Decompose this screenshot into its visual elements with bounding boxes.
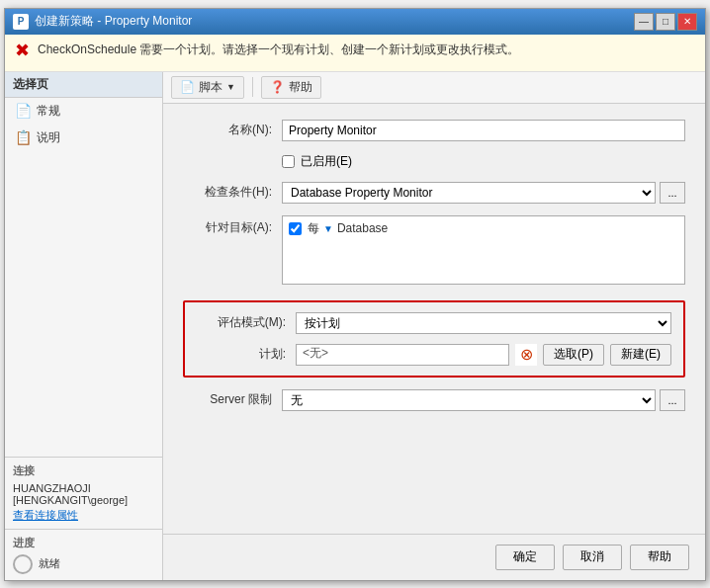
name-row: 名称(N): xyxy=(183,120,685,141)
toolbar: 📄 脚本 ▼ ❓ 帮助 xyxy=(163,72,705,104)
window-title: 创建新策略 - Property Monitor xyxy=(35,13,192,30)
server-limit-select-wrap: 无 ... xyxy=(282,389,685,411)
warning-bar: ✖ CheckOnSchedule 需要一个计划。请选择一个现有计划、创建一个新… xyxy=(5,35,705,72)
progress-row: 就绪 xyxy=(13,554,154,574)
target-text: 每 ▼ Database xyxy=(308,220,388,237)
warning-text: CheckOnSchedule 需要一个计划。请选择一个现有计划、创建一个新计划… xyxy=(38,41,519,58)
connection-title: 连接 xyxy=(13,463,154,478)
enabled-checkbox[interactable] xyxy=(282,155,295,168)
condition-label: 检查条件(H): xyxy=(183,184,272,201)
schedule-row: 计划: <无> ⊗ 选取(P) 新建(E) xyxy=(197,344,671,366)
schedule-select-button[interactable]: 选取(P) xyxy=(543,344,604,366)
target-checkbox[interactable] xyxy=(289,222,302,235)
schedule-box: 评估模式(M): 按计划 计划: <无> ⊗ 选取(P) xyxy=(183,300,685,378)
schedule-clear-button[interactable]: ⊗ xyxy=(515,344,537,366)
script-dropdown-arrow: ▼ xyxy=(226,82,235,92)
cancel-button[interactable]: 取消 xyxy=(563,545,622,570)
view-connection-link[interactable]: 查看连接属性 xyxy=(13,508,154,523)
server-limit-ellipsis-button[interactable]: ... xyxy=(660,389,685,411)
target-arrow: ▼ xyxy=(323,223,333,234)
eval-mode-label: 评估模式(M): xyxy=(197,314,286,331)
server-limit-select[interactable]: 无 xyxy=(282,389,656,411)
script-button[interactable]: 📄 脚本 ▼ xyxy=(171,76,244,99)
description-icon: 📋 xyxy=(15,129,31,145)
title-bar: P 创建新策略 - Property Monitor — □ ✕ xyxy=(5,9,705,35)
help-bottom-button[interactable]: 帮助 xyxy=(630,545,689,570)
window-icon: P xyxy=(13,14,29,30)
server-limit-label: Server 限制 xyxy=(183,391,272,408)
sidebar-header: 选择页 xyxy=(5,72,162,98)
condition-ellipsis-button[interactable]: ... xyxy=(660,182,685,204)
enabled-row: 已启用(E) xyxy=(282,153,685,170)
title-bar-left: P 创建新策略 - Property Monitor xyxy=(13,13,192,30)
sidebar-item-description-label: 说明 xyxy=(37,129,60,146)
name-input[interactable] xyxy=(282,120,685,141)
enabled-label: 已启用(E) xyxy=(301,153,352,170)
eval-mode-row: 评估模式(M): 按计划 xyxy=(197,312,671,334)
main-area: 选择页 📄 常规 📋 说明 连接 HUANGZHAOJI[HENGKANGIT\… xyxy=(5,72,705,580)
maximize-button[interactable]: □ xyxy=(656,13,675,31)
server-limit-row: Server 限制 无 ... xyxy=(183,389,685,411)
condition-select-wrap: Database Property Monitor ... xyxy=(282,182,685,204)
name-label: 名称(N): xyxy=(183,122,272,138)
help-label: 帮助 xyxy=(289,79,312,96)
progress-status: 就绪 xyxy=(39,556,60,571)
progress-spinner xyxy=(13,554,33,574)
title-buttons: — □ ✕ xyxy=(634,13,697,31)
target-box: 每 ▼ Database xyxy=(282,215,685,285)
sidebar-connection: 连接 HUANGZHAOJI[HENGKANGIT\george] 查看连接属性 xyxy=(5,457,162,529)
target-db: Database xyxy=(337,221,388,235)
schedule-value: <无> xyxy=(296,344,509,366)
general-icon: 📄 xyxy=(15,103,31,119)
script-icon: 📄 xyxy=(180,80,195,94)
sidebar-item-general-label: 常规 xyxy=(37,103,60,120)
form-area: 名称(N): 已启用(E) 检查条件(H): Database Property… xyxy=(163,104,705,534)
condition-select[interactable]: Database Property Monitor xyxy=(282,182,656,204)
script-label: 脚本 xyxy=(199,79,222,96)
ok-button[interactable]: 确定 xyxy=(495,545,555,570)
sidebar-item-description[interactable]: 📋 说明 xyxy=(5,125,162,151)
schedule-value-wrap: <无> ⊗ 选取(P) 新建(E) xyxy=(296,344,671,366)
help-icon: ❓ xyxy=(270,80,285,94)
close-button[interactable]: ✕ xyxy=(677,13,697,31)
sidebar: 选择页 📄 常规 📋 说明 连接 HUANGZHAOJI[HENGKANGIT\… xyxy=(5,72,163,580)
target-row: 针对目标(A): 每 ▼ Database xyxy=(183,215,685,285)
warning-icon: ✖ xyxy=(15,42,30,59)
schedule-new-button[interactable]: 新建(E) xyxy=(610,344,671,366)
minimize-button[interactable]: — xyxy=(634,13,654,31)
connection-name: HUANGZHAOJI[HENGKANGIT\george] xyxy=(13,482,154,506)
toolbar-separator xyxy=(252,77,253,97)
eval-mode-select[interactable]: 按计划 xyxy=(296,312,671,334)
progress-title: 进度 xyxy=(13,536,154,550)
content-area: 📄 脚本 ▼ ❓ 帮助 名称(N): xyxy=(163,72,705,580)
condition-row: 检查条件(H): Database Property Monitor ... xyxy=(183,182,685,204)
target-every: 每 xyxy=(308,220,319,237)
sidebar-progress: 进度 就绪 xyxy=(5,529,162,580)
sidebar-item-general[interactable]: 📄 常规 xyxy=(5,98,162,125)
bottom-buttons: 确定 取消 帮助 xyxy=(163,534,705,580)
help-button[interactable]: ❓ 帮助 xyxy=(261,76,321,99)
target-label: 针对目标(A): xyxy=(183,219,272,236)
schedule-label: 计划: xyxy=(197,346,286,363)
main-window: P 创建新策略 - Property Monitor — □ ✕ ✖ Check… xyxy=(4,8,706,581)
